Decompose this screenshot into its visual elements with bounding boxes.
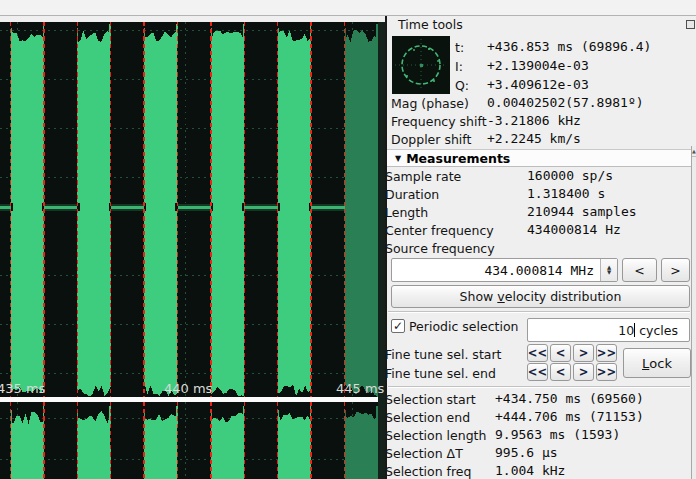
check-icon: ✓ — [393, 321, 403, 331]
selection-start-label: Selection start — [385, 392, 476, 407]
cycles-value: 10 — [618, 323, 634, 338]
measurements-section-header[interactable]: ▼ Measurements — [387, 149, 691, 167]
spinner-arrows[interactable]: ▲▼ — [600, 259, 617, 281]
collapse-triangle-icon: ▼ — [395, 154, 401, 163]
selection-end-value: +444.706 ms (71153) — [495, 409, 644, 424]
frequency-spinbox-value: 434.000814 MHz — [484, 263, 617, 278]
duration-label: Duration — [385, 187, 439, 202]
fine-tune-start-label: Fine tune sel. start — [385, 347, 502, 362]
doppler-shift-label: Doppler shift — [391, 132, 471, 147]
waveform-panel-secondary[interactable] — [0, 402, 385, 479]
selection-freq-value: 1.004 kHz — [495, 463, 565, 478]
t-value: +436.853 ms (69896.4) — [487, 39, 651, 54]
fine-end-big-right-button[interactable]: >> — [596, 363, 617, 381]
mag-phase-label: Mag (phase) — [391, 96, 469, 111]
q-label: Q: — [455, 78, 469, 93]
waveform-panel-main[interactable]: 435 ms 440 ms 445 ms — [0, 22, 385, 397]
i-label: I: — [455, 59, 463, 74]
scrollbar[interactable]: ▲ — [691, 146, 696, 479]
measurements-title: Measurements — [406, 151, 510, 166]
separator-line — [388, 386, 690, 388]
frequency-shift-label: Frequency shift — [391, 114, 487, 129]
selection-freq-label: Selection freq — [385, 464, 471, 479]
source-frequency-label: Source frequency — [385, 241, 495, 256]
cycles-suffix: cycles — [635, 323, 678, 338]
i-value: +2.139004e-03 — [487, 58, 589, 73]
dock-float-icon[interactable] — [686, 20, 695, 29]
length-label: Length — [385, 205, 428, 220]
time-tick-label: 445 ms — [336, 381, 384, 396]
periodic-selection-checkbox[interactable]: ✓ — [391, 319, 405, 333]
time-tick-label: 440 ms — [164, 381, 212, 396]
dock-title: Time tools — [398, 17, 463, 32]
fine-tune-end-label: Fine tune sel. end — [385, 366, 496, 381]
time-tick-label: 435 ms — [0, 381, 45, 396]
spin-down-icon[interactable]: ▼ — [607, 270, 611, 275]
selection-delta-t-value: 995.6 µs — [495, 445, 558, 460]
cycles-input[interactable]: 10 cycles — [527, 318, 690, 342]
center-frequency-value: 434000814 Hz — [527, 222, 621, 237]
next-frequency-button[interactable]: > — [661, 258, 690, 282]
scroll-up-icon[interactable]: ▲ — [692, 146, 696, 157]
fine-start-right-button[interactable]: > — [573, 344, 594, 362]
lock-label-mnemonic: L — [642, 356, 649, 371]
window-top-strip — [0, 0, 696, 16]
frequency-spinbox[interactable]: 434.000814 MHz ▲▼ — [391, 258, 618, 282]
duration-value: 1.318400 s — [527, 186, 605, 201]
selection-end-label: Selection end — [385, 410, 470, 425]
sample-rate-label: Sample rate — [385, 169, 461, 184]
velocity-label-post: elocity distribution — [505, 289, 622, 304]
q-value: +3.409612e-03 — [487, 77, 589, 92]
lock-label-rest: ock — [649, 356, 672, 371]
selection-start-value: +434.750 ms (69560) — [495, 391, 644, 406]
fine-start-big-right-button[interactable]: >> — [596, 344, 617, 362]
velocity-label-pre: Show — [460, 289, 498, 304]
fine-end-left-button[interactable]: < — [550, 363, 571, 381]
iq-constellation-plot — [392, 36, 450, 94]
sample-rate-value: 160000 sp/s — [527, 168, 613, 183]
periodic-selection-label: Periodic selection — [409, 319, 518, 334]
lock-button[interactable]: Lock — [623, 348, 691, 378]
frequency-shift-value: -3.21806 kHz — [487, 113, 581, 128]
vertical-divider — [385, 16, 387, 479]
center-frequency-label: Center frequency — [385, 223, 494, 238]
velocity-label-mnemonic: v — [497, 289, 504, 304]
fine-start-big-left-button[interactable]: << — [527, 344, 548, 362]
t-label: t: — [455, 40, 464, 55]
fine-end-right-button[interactable]: > — [573, 363, 594, 381]
separator-line — [388, 311, 690, 313]
selection-delta-t-label: Selection ΔT — [385, 446, 463, 461]
show-velocity-distribution-button[interactable]: Show velocity distribution — [391, 285, 690, 308]
waveform-plot — [0, 22, 385, 397]
waveform-plot-secondary — [0, 402, 385, 479]
prev-frequency-button[interactable]: < — [622, 258, 657, 282]
selection-length-value: 9.9563 ms (1593) — [495, 427, 620, 442]
doppler-shift-value: +2.2245 km/s — [487, 131, 581, 146]
mag-phase-value: 0.00402502(57.8981º) — [487, 95, 644, 110]
fine-start-left-button[interactable]: < — [550, 344, 571, 362]
length-value: 210944 samples — [527, 204, 637, 219]
fine-end-big-left-button[interactable]: << — [527, 363, 548, 381]
selection-length-label: Selection length — [385, 428, 486, 443]
